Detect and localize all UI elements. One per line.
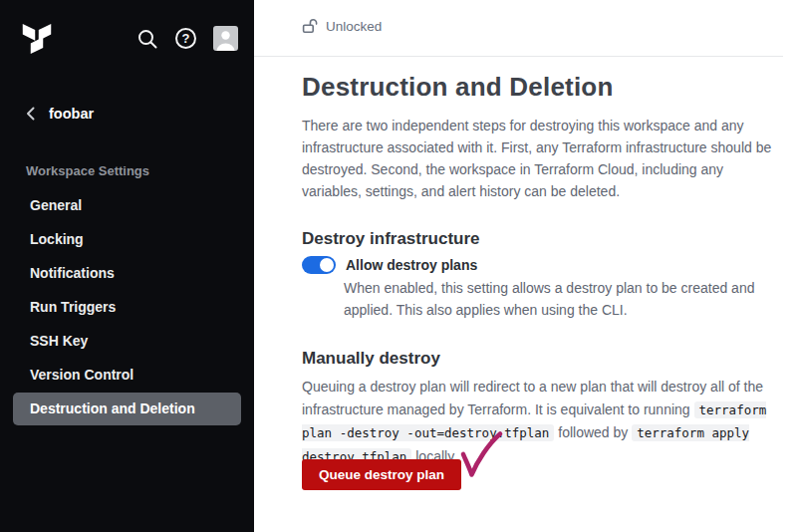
checkmark-annotation	[456, 428, 508, 490]
manual-desc-text-2: followed by	[554, 424, 632, 440]
chevron-left-icon	[26, 107, 35, 121]
sidebar-item-version-control[interactable]: Version Control	[13, 359, 241, 392]
workspace-back-link[interactable]: foobar	[26, 106, 94, 122]
page-intro: There are two independent steps for dest…	[302, 115, 786, 202]
sidebar-item-notifications[interactable]: Notifications	[13, 257, 241, 290]
queue-destroy-plan-button[interactable]: Queue destroy plan	[302, 459, 461, 490]
sidebar-item-run-triggers[interactable]: Run Triggers	[13, 291, 241, 324]
sidebar-item-general[interactable]: General	[13, 189, 241, 222]
sidebar-top-icons: ?	[136, 26, 238, 51]
allow-destroy-plans-description: When enabled, this setting allows a dest…	[344, 278, 797, 321]
manually-destroy-description: Queuing a destroy plan will redirect to …	[302, 376, 797, 468]
destroy-infrastructure-heading: Destroy infrastructure	[302, 229, 480, 249]
main-content: Unlocked Destruction and Deletion There …	[254, 0, 797, 532]
allow-destroy-plans-toggle[interactable]	[302, 256, 336, 274]
workspace-topbar: Unlocked	[254, 0, 783, 57]
allow-destroy-plans-label: Allow destroy plans	[346, 257, 477, 273]
sidebar: ? foobar Workspace Settings General Lock…	[0, 0, 254, 532]
help-icon[interactable]: ?	[175, 28, 196, 49]
sidebar-item-destruction-and-deletion[interactable]: Destruction and Deletion	[13, 393, 241, 425]
page-title: Destruction and Deletion	[302, 72, 614, 103]
sidebar-item-ssh-key[interactable]: SSH Key	[13, 325, 241, 358]
unlock-icon	[302, 18, 318, 34]
user-avatar[interactable]	[213, 26, 238, 51]
settings-nav: General Locking Notifications Run Trigge…	[0, 189, 254, 426]
lock-status: Unlocked	[302, 18, 382, 34]
sidebar-section-label: Workspace Settings	[26, 163, 149, 178]
search-icon[interactable]	[136, 28, 158, 50]
terraform-logo-icon[interactable]	[21, 20, 53, 62]
toggle-knob	[320, 258, 334, 272]
manually-destroy-heading: Manually destroy	[302, 349, 440, 369]
lock-status-label: Unlocked	[326, 19, 382, 34]
sidebar-item-locking[interactable]: Locking	[13, 223, 241, 256]
workspace-name: foobar	[49, 106, 94, 122]
